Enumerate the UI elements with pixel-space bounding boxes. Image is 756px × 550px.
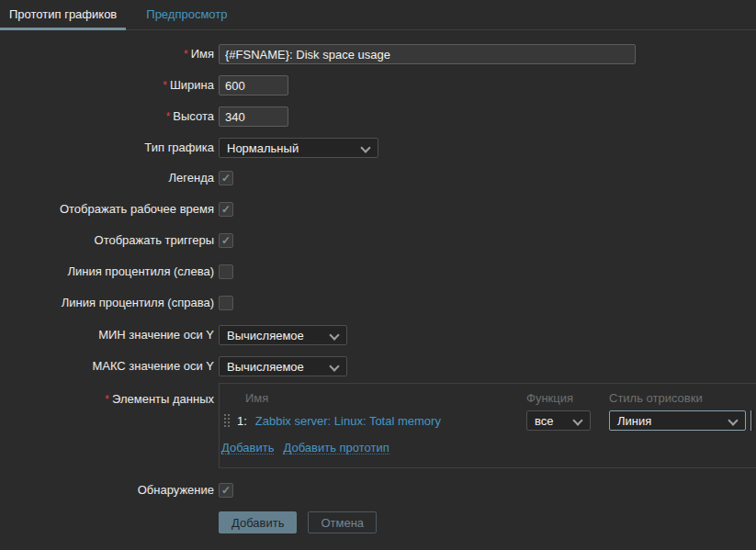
items-table: Имя Функция Стиль отрисовки 1: Zabbix se… (219, 383, 756, 468)
items-links: Добавить Добавить прототип (220, 431, 756, 467)
item-row: 1: Zabbix server: Linux: Total memory вс… (220, 410, 756, 431)
yaxis-max-value: Вычисляемое (227, 360, 304, 374)
percentile-right-row: Линия процентиля (справа) (0, 296, 756, 310)
discover-checkbox[interactable]: ✓ (219, 483, 233, 498)
graph-type-label: Тип графика (0, 138, 214, 158)
required-asterisk: * (184, 48, 188, 61)
add-button[interactable]: Добавить (219, 511, 297, 533)
working-time-row: Отображать рабочее время ✓ (0, 202, 756, 217)
name-label: *Имя (0, 44, 214, 64)
percentile-right-label: Линия процентиля (справа) (0, 296, 214, 310)
yaxis-min-select[interactable]: Вычисляемое (219, 325, 347, 345)
percentile-right-checkbox[interactable] (219, 296, 233, 310)
triggers-row: Отображать триггеры ✓ (0, 233, 756, 248)
item-function-select[interactable]: все (526, 410, 591, 431)
legend-label: Легенда (0, 171, 214, 185)
tab-graph-prototype[interactable]: Прототип графиков (0, 0, 126, 30)
tab-bar: Прототип графиков Предпросмотр (0, 0, 756, 30)
item-index: 1: (237, 414, 247, 428)
graph-type-row: Тип графика Нормальный (0, 138, 756, 158)
legend-row: Легенда ✓ (0, 171, 756, 185)
yaxis-max-select[interactable]: Вычисляемое (219, 356, 347, 376)
discover-row: Обнаружение ✓ (0, 483, 756, 498)
required-asterisk: * (105, 393, 109, 406)
add-item-prototype-link[interactable]: Добавить прототип (283, 442, 389, 455)
discover-label: Обнаружение (0, 483, 214, 498)
drag-handle-icon[interactable] (223, 413, 231, 428)
width-label: *Ширина (0, 75, 214, 95)
yaxis-max-label: МАКС значение оси Y (0, 356, 214, 376)
tab-preview[interactable]: Предпросмотр (137, 0, 236, 30)
triggers-checkbox[interactable]: ✓ (219, 233, 233, 248)
cancel-button[interactable]: Отмена (308, 511, 377, 533)
header-name: Имя (220, 391, 526, 405)
yaxis-max-row: МАКС значение оси Y Вычисляемое (0, 356, 756, 376)
required-asterisk: * (166, 110, 171, 123)
items-label: *Элементы данных (0, 383, 214, 407)
name-input[interactable] (219, 44, 636, 64)
item-function-value: все (535, 414, 554, 428)
graph-type-select[interactable]: Нормальный (219, 138, 378, 158)
required-asterisk: * (163, 79, 167, 92)
item-draw-style-select[interactable]: Линия (609, 410, 746, 431)
form-footer: Добавить Отмена (219, 511, 756, 533)
height-input[interactable] (219, 107, 288, 127)
working-time-checkbox[interactable]: ✓ (219, 202, 233, 217)
width-input[interactable] (219, 75, 288, 95)
graph-type-value: Нормальный (227, 141, 299, 155)
color-picker-cutoff[interactable] (750, 410, 754, 431)
legend-checkbox[interactable]: ✓ (219, 171, 233, 185)
yaxis-min-value: Вычисляемое (227, 329, 304, 342)
graph-prototype-form: *Имя *Ширина *Высота Тип графика Нормаль… (0, 30, 756, 533)
items-row: *Элементы данных Имя Функция Стиль отрис… (0, 383, 756, 468)
percentile-left-label: Линия процентиля (слева) (0, 264, 214, 279)
height-label: *Высота (0, 107, 214, 127)
height-row: *Высота (0, 107, 756, 127)
header-draw-style: Стиль отрисовки (609, 391, 756, 405)
width-row: *Ширина (0, 75, 756, 95)
item-draw-style-value: Линия (617, 414, 651, 428)
triggers-label: Отображать триггеры (0, 233, 214, 248)
add-item-link[interactable]: Добавить (221, 442, 274, 455)
item-name-link[interactable]: Zabbix server: Linux: Total memory (255, 414, 441, 428)
working-time-label: Отображать рабочее время (0, 202, 214, 217)
percentile-left-checkbox[interactable] (219, 264, 233, 279)
items-table-header: Имя Функция Стиль отрисовки (220, 384, 756, 410)
percentile-left-row: Линия процентиля (слева) (0, 264, 756, 279)
yaxis-min-label: МИН значение оси Y (0, 325, 214, 345)
header-function: Функция (526, 391, 609, 405)
yaxis-min-row: МИН значение оси Y Вычисляемое (0, 325, 756, 345)
name-row: *Имя (0, 44, 756, 64)
